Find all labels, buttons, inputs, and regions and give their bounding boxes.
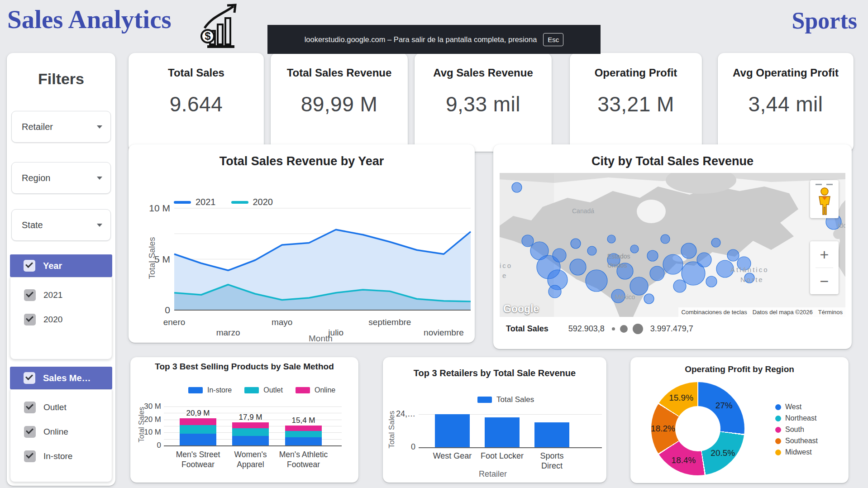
map-attribution: Combinaciones de teclas Datos del mapa ©… — [678, 307, 845, 317]
retailer-dropdown[interactable]: Retailer — [11, 111, 111, 143]
y-tick-label: 24,… — [389, 409, 415, 419]
gridline — [164, 407, 342, 407]
map-label-atlantic1: Atlántico — [730, 266, 769, 273]
esc-key: Esc — [543, 33, 563, 46]
kpi-value: 9.644 — [170, 92, 223, 116]
slice-label-midwest: 15.9% — [669, 393, 693, 403]
year-filter-label: Year — [43, 261, 62, 271]
terms-link[interactable]: Términos — [816, 307, 845, 317]
filter-item-2020[interactable]: 2020 — [10, 307, 112, 332]
pegman-icon[interactable] — [817, 187, 832, 215]
chevron-down-icon — [97, 125, 102, 129]
app-title: Sales Analytics — [7, 5, 172, 34]
bar-foot-locker — [485, 417, 520, 447]
slice-label-south: 18.4% — [672, 455, 696, 465]
google-logo[interactable]: Google — [503, 303, 539, 315]
filters-panel: Filters Retailer Region State Year 20212… — [7, 53, 115, 486]
map-legend-max: 3.997.479,7 — [650, 324, 693, 334]
keyboard-shortcuts-link[interactable]: Combinaciones de teclas — [678, 307, 749, 317]
legend-swatch-online — [296, 387, 310, 393]
filter-item-2021[interactable]: 2021 — [10, 283, 112, 307]
donut-chart[interactable]: 27%20.5%18.4%18.2%15.9% — [651, 382, 744, 475]
filter-item-outlet[interactable]: Outlet — [10, 395, 112, 420]
state-dropdown[interactable]: State — [11, 209, 111, 241]
kpi-title: Total Sales — [168, 67, 224, 79]
checkbox-checked-icon[interactable] — [24, 426, 36, 438]
kpi-operating-profit: Operating Profit 33,21 M — [570, 53, 702, 152]
map-data-label: Datos del mapa ©2026 — [750, 307, 816, 317]
legend-swatch-total-sales — [477, 397, 492, 403]
y-tick-label: 20 M — [138, 415, 161, 424]
zoom-in-button[interactable]: + — [810, 241, 839, 268]
checkbox-checked-icon[interactable] — [24, 289, 36, 301]
y-tick-label: 0 — [138, 441, 161, 450]
map-label-us1: Estados — [607, 253, 630, 260]
filter-item-label: In-store — [43, 451, 72, 461]
map-zoom-control: + − — [810, 241, 839, 294]
y-tick-label: 10 M — [142, 203, 170, 214]
bar-segment-outlet — [180, 425, 216, 434]
year-filter-header[interactable]: Year — [10, 254, 112, 277]
legend-item-northeast[interactable]: Northeast — [775, 414, 818, 422]
map-legend-min: 592.903,8 — [568, 324, 605, 334]
checkbox-checked-icon[interactable] — [24, 372, 35, 384]
kpi-total-sales-revenue: Total Sales Revenue 89,99 M — [271, 53, 408, 152]
google-map[interactable]: Canadá Estados Unidos México Atlántico N… — [500, 173, 845, 317]
donut-legend[interactable]: WestNortheastSouthSoutheastMidwest — [775, 403, 818, 456]
filter-item-in-store[interactable]: In-store — [10, 444, 112, 469]
map-title: City by Total Sales Revenue — [493, 154, 852, 168]
chevron-down-icon — [97, 177, 102, 180]
map-label-canada: Canadá — [572, 207, 594, 215]
bar-segment-outlet — [285, 431, 322, 438]
zoom-out-button[interactable]: − — [810, 268, 839, 294]
filter-item-label: 2020 — [43, 315, 62, 325]
checkbox-checked-icon[interactable] — [24, 314, 36, 325]
legend-label-total-sales: Total Sales — [496, 395, 534, 404]
x-category-label: West Gear — [425, 451, 480, 461]
x-category-label: Women's Apparel — [226, 450, 276, 469]
checkbox-checked-icon[interactable] — [24, 450, 36, 462]
retailers-chart-legend[interactable]: Total Sales — [477, 395, 534, 404]
bar-total-label: 15,4 M — [281, 416, 326, 425]
region-dropdown-label: Region — [22, 173, 50, 183]
map-label-pacific1: ico — [500, 262, 512, 269]
legend-label: South — [785, 426, 804, 434]
filter-item-label: 2021 — [43, 290, 62, 300]
x-category-label: Men's Athletic Footwear — [279, 450, 329, 469]
svg-text:$: $ — [205, 30, 211, 42]
pegman-control[interactable] — [810, 180, 839, 218]
bar-sports-direct — [534, 422, 569, 447]
bar-segment-outlet — [232, 428, 269, 436]
fullscreen-notification: lookerstudio.google.com – Para salir de … — [267, 25, 601, 54]
checkbox-checked-icon[interactable] — [24, 260, 35, 272]
retailers-chart-card: Top 3 Retailers by Total Sale Revenue To… — [383, 357, 606, 483]
state-dropdown-label: State — [22, 220, 43, 230]
x-tick-label: septiembre — [358, 317, 421, 327]
filter-item-label: Outlet — [43, 402, 67, 412]
filter-item-online[interactable]: Online — [10, 420, 112, 444]
legend-item-west[interactable]: West — [775, 403, 818, 411]
legend-label-online: Online — [315, 386, 335, 394]
products-chart-legend[interactable]: In-store Outlet Online — [188, 386, 335, 394]
legend-swatch-outlet — [244, 387, 259, 393]
line-chart-canvas[interactable] — [129, 144, 475, 343]
bar-segment-in-store — [232, 436, 269, 445]
legend-item-midwest[interactable]: Midwest — [775, 448, 818, 456]
legend-item-southeast[interactable]: Southeast — [775, 437, 818, 445]
map-label-us2: Unidos — [607, 262, 627, 269]
bar-segment-in-store — [180, 434, 216, 445]
region-dropdown[interactable]: Region — [11, 162, 111, 194]
legend-label: Northeast — [785, 414, 816, 422]
legend-label-in-store: In-store — [207, 386, 232, 394]
y-tick-label: 5 M — [142, 254, 170, 265]
notification-text: lookerstudio.google.com – Para salir de … — [305, 35, 537, 44]
map-label-pacific2: e — [502, 272, 507, 279]
slice-label-west: 27% — [715, 401, 733, 411]
bar-total-label: 20,9 M — [175, 409, 221, 418]
sales-method-filter-header[interactable]: Sales Me… — [10, 367, 112, 389]
legend-item-south[interactable]: South — [775, 426, 818, 434]
donut-hole — [675, 406, 720, 451]
checkbox-checked-icon[interactable] — [24, 402, 36, 413]
dashboard: Sales Analytics $ Sports lookerstudio.go… — [0, 0, 868, 488]
x-tick-label: julio — [304, 328, 367, 338]
